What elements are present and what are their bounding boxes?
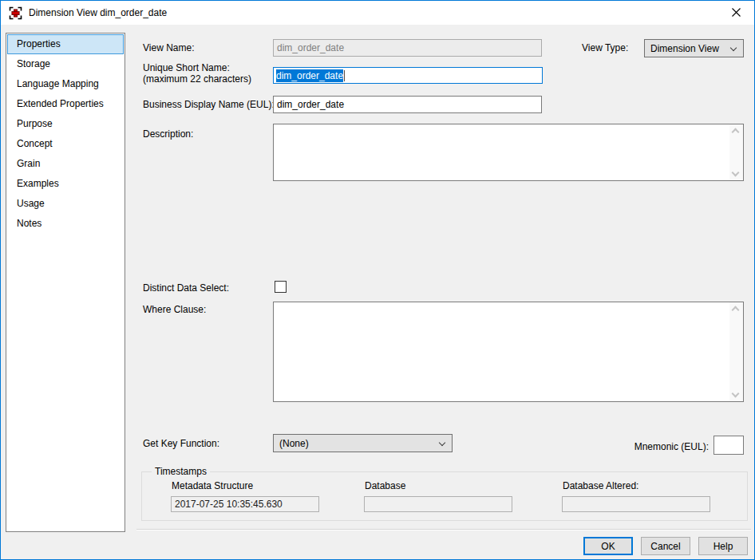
sidebar-tab-list: Properties Storage Language Mapping Exte… — [6, 33, 125, 532]
view-type-value: Dimension View — [650, 43, 719, 54]
metadata-structure-label: Metadata Structure — [172, 480, 253, 491]
database-label: Database — [365, 480, 405, 491]
unique-short-name-label: Unique Short Name: (maximum 22 character… — [143, 62, 251, 85]
dialog-window: Dimension View dim_order_date Properties… — [0, 0, 755, 560]
scroll-up-icon[interactable] — [732, 306, 740, 314]
view-name-input — [273, 39, 542, 57]
title-bar: Dimension View dim_order_date — [1, 1, 754, 25]
description-textarea[interactable] — [273, 124, 744, 181]
description-label: Description: — [143, 128, 193, 140]
footer-divider — [136, 529, 751, 530]
business-display-name-input[interactable] — [273, 96, 542, 113]
close-button[interactable] — [718, 1, 754, 24]
window-title: Dimension View dim_order_date — [29, 7, 167, 18]
sidebar-item-purpose[interactable]: Purpose — [7, 114, 124, 134]
close-icon — [732, 8, 741, 17]
view-name-label: View Name: — [143, 42, 194, 53]
database-altered-input — [562, 496, 710, 512]
unique-short-name-input[interactable]: dim_order_date — [273, 67, 543, 84]
where-clause-scrollbar[interactable] — [729, 302, 743, 401]
business-display-name-label: Business Display Name (EUL): — [143, 99, 275, 110]
sidebar-item-properties[interactable]: Properties — [7, 34, 124, 54]
scroll-up-icon[interactable] — [732, 128, 740, 136]
help-button[interactable]: Help — [698, 537, 748, 555]
get-key-function-label: Get Key Function: — [143, 438, 219, 449]
sidebar-item-concept[interactable]: Concept — [7, 134, 124, 154]
chevron-down-icon — [730, 45, 737, 51]
chevron-down-icon — [439, 440, 445, 446]
text-caret — [344, 70, 345, 81]
cancel-button[interactable]: Cancel — [641, 537, 690, 555]
sidebar-item-storage[interactable]: Storage — [7, 54, 124, 74]
sidebar-item-examples[interactable]: Examples — [7, 174, 124, 194]
where-clause-label: Where Clause: — [143, 304, 206, 315]
selected-text: dim_order_date — [276, 69, 343, 82]
metadata-structure-input — [171, 496, 319, 512]
view-type-label: View Type: — [582, 42, 628, 53]
timestamps-group: Timestamps Metadata Structure Database D… — [141, 471, 748, 521]
sidebar-item-usage[interactable]: Usage — [7, 194, 124, 214]
where-clause-textarea[interactable] — [273, 302, 744, 402]
scroll-down-icon[interactable] — [732, 169, 740, 177]
sidebar-item-extended-properties[interactable]: Extended Properties — [7, 94, 124, 114]
database-altered-label: Database Altered: — [563, 480, 638, 491]
distinct-data-select-label: Distinct Data Select: — [143, 282, 229, 294]
ok-button[interactable]: OK — [583, 537, 633, 555]
get-key-function-value: (None) — [279, 438, 309, 449]
unique-short-name-label-line1: Unique Short Name: — [143, 62, 251, 73]
sidebar-item-grain[interactable]: Grain — [7, 154, 124, 174]
view-type-dropdown[interactable]: Dimension View — [644, 39, 744, 57]
distinct-data-select-checkbox[interactable] — [275, 281, 287, 293]
timestamps-group-label: Timestamps — [152, 466, 210, 477]
mnemonic-input[interactable] — [713, 436, 744, 455]
mnemonic-label: Mnemonic (EUL): — [634, 441, 709, 452]
database-input — [364, 496, 512, 512]
app-icon — [9, 6, 22, 20]
sidebar-item-language-mapping[interactable]: Language Mapping — [7, 74, 124, 94]
get-key-function-dropdown[interactable]: (None) — [273, 434, 453, 452]
description-scrollbar[interactable] — [729, 124, 743, 180]
scroll-down-icon[interactable] — [732, 390, 740, 398]
unique-short-name-label-line2: (maximum 22 characters) — [143, 73, 251, 85]
sidebar-item-notes[interactable]: Notes — [7, 214, 124, 234]
